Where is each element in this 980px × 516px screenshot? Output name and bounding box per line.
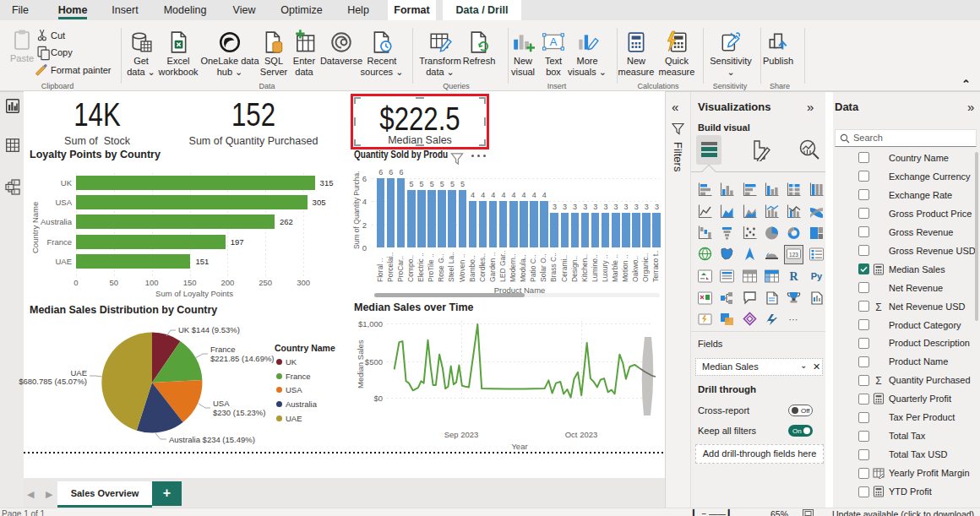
svg-text:R: R xyxy=(789,270,798,283)
svg-text:Σ: Σ xyxy=(875,375,881,387)
svg-text:Py: Py xyxy=(811,271,823,281)
svg-text:⋯: ⋯ xyxy=(789,314,798,324)
svg-text:123: 123 xyxy=(789,252,798,258)
svg-text:Σ: Σ xyxy=(875,301,881,313)
